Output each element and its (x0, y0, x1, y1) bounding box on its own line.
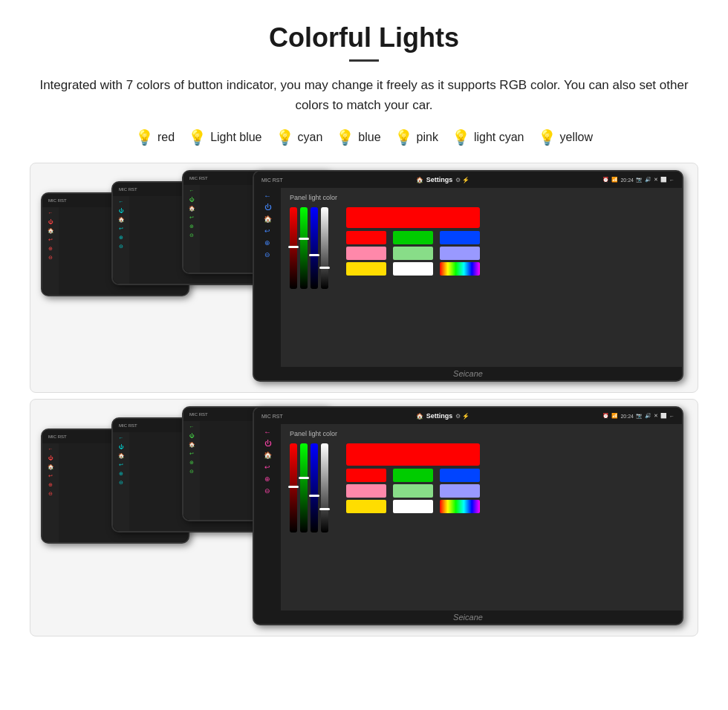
color-label-pink: pink (417, 131, 438, 144)
settings-label-top: Settings (426, 176, 453, 183)
color-item-cyan: 💡 cyan (276, 128, 323, 146)
bulb-blue: 💡 (336, 128, 354, 146)
color-item-pink: 💡 pink (394, 128, 438, 146)
color-label-red: red (157, 131, 175, 144)
panel-light-label-bottom: Panel light color (290, 430, 673, 437)
color-label-cyan: cyan (298, 131, 323, 144)
color-item-red: 💡 red (135, 128, 175, 146)
color-item-lightblue: 💡 Light blue (188, 128, 261, 146)
settings-label-bottom: Settings (426, 412, 453, 420)
bulb-lightcyan: 💡 (452, 128, 470, 146)
device-frame-main-top: MIC RST 🏠 Settings ⚙ ⚡ ⏰ 📶 20:24 📷 🔊 (253, 170, 683, 382)
time-top: 20:24 (620, 178, 634, 183)
page-title: Colorful Lights (30, 22, 698, 53)
color-label-yellow: yellow (560, 131, 593, 144)
color-label-lightblue: Light blue (210, 131, 261, 144)
page-description: Integrated with 7 colors of button indic… (30, 75, 698, 115)
bulb-red: 💡 (135, 128, 154, 146)
top-screens-container: MIC RST 🏠 Se ← ⏻ 🏠 ↩ ⊕ ⊖ (41, 170, 687, 385)
device-frame-main-bottom: MIC RST 🏠 Settings ⚙ ⚡ ⏰ 📶 20:24 📷 🔊 (253, 406, 683, 625)
bulb-pink: 💡 (394, 128, 413, 146)
color-label-lightcyan: light cyan (474, 131, 524, 144)
panel-light-label-top: Panel light color (290, 194, 673, 201)
color-list: 💡 red 💡 Light blue 💡 cyan 💡 blue 💡 pink … (30, 128, 698, 146)
watermark-top: Seicane (254, 367, 682, 380)
top-screens-section: MIC RST 🏠 Se ← ⏻ 🏠 ↩ ⊕ ⊖ (30, 163, 698, 393)
color-item-lightcyan: 💡 light cyan (452, 128, 524, 146)
watermark-bottom: Seicane (254, 610, 682, 624)
title-divider (349, 59, 379, 62)
color-label-blue: blue (358, 131, 380, 144)
bulb-yellow: 💡 (538, 128, 556, 146)
bulb-cyan: 💡 (276, 128, 294, 146)
color-item-blue: 💡 blue (336, 128, 380, 146)
bottom-screens-container: MIC RST 🏠 Se ← ⏻ 🏠 ↩ ⊕ ⊖ (41, 406, 687, 629)
bulb-lightblue: 💡 (188, 128, 207, 146)
bottom-screens-section: MIC RST 🏠 Se ← ⏻ 🏠 ↩ ⊕ ⊖ (30, 399, 698, 636)
time-bottom: 20:24 (620, 414, 634, 419)
color-item-yellow: 💡 yellow (538, 128, 593, 146)
page-container: Colorful Lights Integrated with 7 colors… (0, 0, 728, 651)
